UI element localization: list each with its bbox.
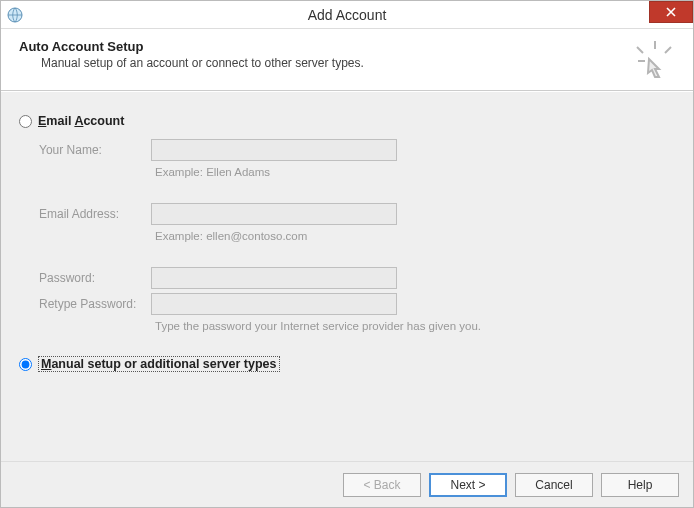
- help-button[interactable]: Help: [601, 473, 679, 497]
- example-email: Example: ellen@contoso.com: [151, 228, 307, 248]
- next-button[interactable]: Next >: [429, 473, 507, 497]
- label-email: Email Address:: [39, 207, 151, 221]
- label-retype-password: Retype Password:: [39, 297, 151, 311]
- svg-line-3: [665, 47, 671, 53]
- window-title: Add Account: [1, 7, 693, 23]
- option-email-account-label: Email Account: [38, 114, 124, 128]
- email-account-fields: Your Name: Example: Ellen Adams Email Ad…: [39, 138, 675, 338]
- wizard-cursor-icon: [635, 39, 675, 79]
- wizard-header: Auto Account Setup Manual setup of an ac…: [1, 29, 693, 91]
- label-password: Password:: [39, 271, 151, 285]
- cancel-button[interactable]: Cancel: [515, 473, 593, 497]
- option-manual-setup[interactable]: Manual setup or additional server types: [19, 356, 675, 372]
- header-title: Auto Account Setup: [19, 39, 675, 54]
- radio-manual-setup[interactable]: [19, 358, 32, 371]
- input-retype-password: [151, 293, 397, 315]
- radio-email-account[interactable]: [19, 115, 32, 128]
- input-password: [151, 267, 397, 289]
- input-your-name: [151, 139, 397, 161]
- option-email-account[interactable]: Email Account: [19, 114, 675, 128]
- wizard-body: Email Account Your Name: Example: Ellen …: [1, 91, 693, 461]
- back-button: < Back: [343, 473, 421, 497]
- header-subtitle: Manual setup of an account or connect to…: [41, 56, 675, 70]
- input-email: [151, 203, 397, 225]
- title-bar: Add Account: [1, 1, 693, 29]
- option-manual-setup-label: Manual setup or additional server types: [38, 356, 280, 372]
- app-icon: [7, 7, 23, 23]
- add-account-dialog: Add Account Auto Account Setup Manual se…: [0, 0, 694, 508]
- wizard-footer: < Back Next > Cancel Help: [1, 461, 693, 507]
- label-your-name: Your Name:: [39, 143, 151, 157]
- example-your-name: Example: Ellen Adams: [151, 164, 270, 184]
- svg-line-1: [637, 47, 643, 53]
- hint-password: Type the password your Internet service …: [151, 318, 481, 338]
- close-button[interactable]: [649, 1, 693, 23]
